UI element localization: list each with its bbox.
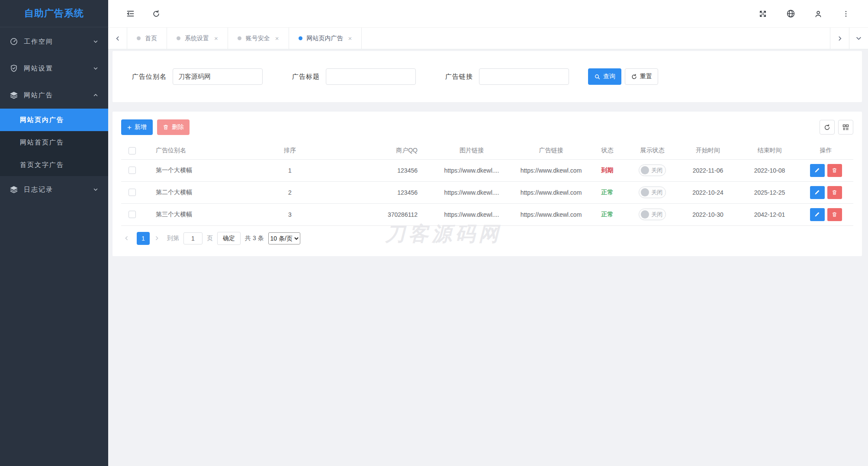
display-toggle[interactable]: 关闭 <box>639 186 666 198</box>
per-page-select[interactable]: 10 条/页 <box>268 232 300 244</box>
sidebar-item-site-settings[interactable]: 网站设置 <box>0 55 108 82</box>
next-page-icon[interactable] <box>154 235 163 241</box>
row-delete-button[interactable] <box>827 208 842 221</box>
cell-qq: 123456 <box>312 181 426 203</box>
sidebar-item-in-page-ads[interactable]: 网站页内广告 <box>0 109 108 131</box>
tab-account-security[interactable]: 账号安全 × <box>228 28 289 49</box>
sidebar-submenu-ads: 网站页内广告 网站首页广告 首页文字广告 <box>0 109 108 176</box>
row-checkbox[interactable] <box>129 167 136 174</box>
submenu-item-label: 网站首页广告 <box>20 138 64 147</box>
sidebar-item-site-ads[interactable]: 网站广告 <box>0 82 108 109</box>
refresh-icon[interactable] <box>151 9 161 19</box>
reset-button[interactable]: 重置 <box>625 68 658 85</box>
status-badge: 到期 <box>601 167 614 174</box>
cell-start-date: 2022-10-24 <box>675 181 741 203</box>
goto-confirm-button[interactable]: 确定 <box>217 232 241 245</box>
ad-link-input[interactable] <box>479 68 569 85</box>
tab-close-icon[interactable]: × <box>275 35 279 42</box>
tab-in-page-ads[interactable]: 网站页内广告 × <box>289 28 362 49</box>
prev-page-icon[interactable] <box>124 235 132 241</box>
topbar <box>108 0 868 28</box>
field-ad-link: 广告链接 <box>445 68 569 85</box>
fullscreen-icon[interactable] <box>758 9 768 19</box>
trash-icon <box>163 124 169 130</box>
cell-name: 第三个大横幅 <box>143 203 268 225</box>
query-button[interactable]: 查询 <box>588 68 621 85</box>
more-kebab-icon[interactable] <box>841 9 851 19</box>
topbar-right <box>758 9 851 19</box>
cell-img-link: https://www.dkewl.... <box>426 203 517 225</box>
trash-icon <box>832 190 837 195</box>
tab-dot <box>299 36 302 40</box>
header-status: 状态 <box>585 142 630 159</box>
header-display: 展示状态 <box>630 142 675 159</box>
row-delete-button[interactable] <box>827 186 842 199</box>
header-start: 开始时间 <box>675 142 741 159</box>
trash-icon <box>832 167 837 173</box>
gauge-icon <box>10 37 18 46</box>
toggle-label: 关闭 <box>651 167 662 174</box>
cell-end-date: 2042-12-01 <box>741 203 798 225</box>
table-tools <box>820 120 853 135</box>
globe-icon[interactable] <box>786 9 795 19</box>
status-badge: 正常 <box>601 189 614 196</box>
total-count: 共 3 条 <box>245 235 264 242</box>
edit-button[interactable] <box>810 208 825 221</box>
tabs-scroll-left[interactable] <box>108 28 127 49</box>
menu-fold-icon[interactable] <box>125 9 135 19</box>
cell-img-link: https://www.dkewl.... <box>426 159 517 181</box>
tab-label: 账号安全 <box>246 35 270 42</box>
display-toggle[interactable]: 关闭 <box>639 209 666 220</box>
tab-system-settings[interactable]: 系统设置 × <box>167 28 228 49</box>
data-table-card: + 新增 删除 <box>113 112 862 256</box>
table-refresh-icon[interactable] <box>820 120 835 135</box>
ad-alias-input[interactable] <box>173 68 263 85</box>
goto-page-input[interactable] <box>183 232 203 244</box>
search-form-card: 广告位别名 广告标题 广告链接 查询 <box>113 51 862 102</box>
cell-qq: 123456 <box>312 159 426 181</box>
sidebar-item-homepage-ads[interactable]: 网站首页广告 <box>0 131 108 154</box>
table-row: 第三个大横幅 3 370286112 https://www.dkewl....… <box>121 203 853 225</box>
delete-button[interactable]: 删除 <box>157 119 190 135</box>
add-button[interactable]: + 新增 <box>121 119 153 135</box>
sidebar-item-homepage-text-ads[interactable]: 首页文字广告 <box>0 154 108 176</box>
tab-dot <box>137 36 141 40</box>
tab-home[interactable]: 首页 <box>127 28 167 49</box>
page-word: 页 <box>207 235 213 242</box>
row-delete-button[interactable] <box>827 164 842 177</box>
sidebar-item-label: 网站设置 <box>24 64 53 73</box>
ad-title-input[interactable] <box>326 68 416 85</box>
tabs-scroll-right[interactable] <box>830 28 849 49</box>
sidebar-item-logs[interactable]: 日志记录 <box>0 176 108 203</box>
cell-start-date: 2022-10-30 <box>675 203 741 225</box>
layers-icon <box>10 185 18 194</box>
sidebar-menu: 工作空间 网站设置 网站广告 <box>0 27 108 203</box>
header-order: 排序 <box>268 142 312 159</box>
toggle-knob <box>641 166 649 174</box>
edit-button[interactable] <box>810 164 825 177</box>
row-checkbox[interactable] <box>129 189 136 196</box>
columns-settings-icon[interactable] <box>838 120 853 135</box>
tab-label: 网站页内广告 <box>307 35 343 42</box>
pencil-icon <box>814 190 820 195</box>
status-badge: 正常 <box>601 211 614 218</box>
sidebar-item-label: 网站广告 <box>24 91 53 100</box>
tab-close-icon[interactable]: × <box>214 35 218 42</box>
sidebar-item-label: 日志记录 <box>24 186 53 194</box>
user-icon[interactable] <box>813 9 823 19</box>
row-checkbox[interactable] <box>129 211 136 218</box>
tab-dot <box>238 36 241 40</box>
sidebar-item-workspace[interactable]: 工作空间 <box>0 28 108 55</box>
header-img: 图片链接 <box>426 142 517 159</box>
edit-button[interactable] <box>810 186 825 199</box>
tab-close-icon[interactable]: × <box>348 35 352 42</box>
cell-name: 第一个大横幅 <box>143 159 268 181</box>
select-all-checkbox[interactable] <box>129 147 136 154</box>
page-number-active[interactable]: 1 <box>137 232 150 245</box>
display-toggle[interactable]: 关闭 <box>639 164 666 176</box>
topbar-left <box>125 9 161 19</box>
ad-alias-label: 广告位别名 <box>132 73 167 81</box>
tabs-menu-dropdown[interactable] <box>849 28 868 49</box>
header-link: 广告链接 <box>517 142 585 159</box>
plus-icon: + <box>127 124 132 131</box>
